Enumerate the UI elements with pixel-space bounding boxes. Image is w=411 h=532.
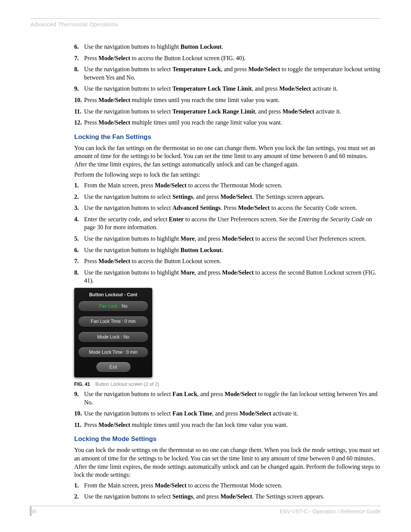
header-rule — [30, 18, 381, 19]
step-text: Use the navigation buttons to highlight … — [84, 43, 381, 51]
list-item: 2.Use the navigation buttons to select S… — [74, 492, 381, 501]
list-item: 10.Use the navigation buttons to select … — [74, 409, 381, 418]
step-number: 10. — [74, 409, 84, 418]
step-text: Use the navigation buttons to select Set… — [84, 492, 381, 501]
list-item: 5.Use the navigation buttons to highligh… — [74, 235, 381, 243]
list-item: 12.Press Mode/Select multiple times unti… — [74, 118, 381, 127]
step-text: Use the navigation buttons to highlight … — [84, 268, 381, 285]
thermostat-row: Fan Lock : No — [78, 301, 148, 312]
list-item: 3.Use the navigation buttons to select A… — [74, 204, 381, 212]
exit-button: Exit — [96, 362, 131, 372]
thermostat-screen: Button Lockout - Cont Fan Lock : NoFan L… — [74, 288, 152, 377]
list-item: 8.Use the navigation buttons to highligh… — [74, 268, 381, 285]
step-text: Use the navigation buttons to select Tem… — [84, 85, 381, 93]
step-text: Press Mode/Select multiple times until y… — [84, 96, 381, 104]
step-text: Use the navigation buttons to select Set… — [84, 193, 381, 201]
list-item: 8.Use the navigation buttons to select T… — [74, 65, 381, 81]
step-number: 6. — [74, 43, 84, 51]
step-number: 12. — [74, 118, 84, 127]
step-text: Use the navigation buttons to select Tem… — [84, 107, 381, 116]
list-item: 7.Press Mode/Select to access the Button… — [74, 54, 381, 62]
figure-label: FIG. 41 — [74, 382, 90, 387]
step-number: 10. — [74, 96, 84, 104]
document-page: Advanced Thermostat Operations 6.Use the… — [0, 0, 411, 532]
list-item: 1.From the Main screen, press Mode/Selec… — [74, 181, 381, 190]
steps-mode: 1.From the Main screen, press Mode/Selec… — [74, 481, 381, 501]
footer-accent — [30, 506, 32, 516]
list-item: 9.Use the navigation buttons to select T… — [74, 85, 381, 93]
step-number: 9. — [74, 85, 84, 93]
step-number: 2. — [74, 492, 84, 501]
step-number: 11. — [74, 421, 84, 429]
step-text: Use the navigation buttons to select Fan… — [84, 390, 381, 406]
step-number: 4. — [74, 215, 84, 232]
figure-caption: FIG. 41 Button Lockout screen (2 of 2) — [74, 381, 381, 388]
step-number: 1. — [74, 481, 84, 490]
step-number: 11. — [74, 107, 84, 116]
paragraph: You can lock the mode settings on the th… — [74, 446, 381, 479]
thermostat-row: Mode Lock : No — [78, 332, 148, 342]
list-item: 11.Press Mode/Select multiple times unti… — [74, 421, 381, 429]
step-text: Use the navigation buttons to select Tem… — [84, 65, 381, 81]
figure-caption-text: Button Lockout screen (2 of 2) — [96, 382, 159, 387]
list-item: 4.Enter the security code, and select En… — [74, 215, 381, 232]
heading-mode: Locking the Mode Settings — [74, 435, 381, 444]
list-item: 9.Use the navigation buttons to select F… — [74, 390, 381, 406]
step-text: Use the navigation buttons to select Fan… — [84, 409, 381, 418]
list-item: 1.From the Main screen, press Mode/Selec… — [74, 481, 381, 490]
thermostat-row: Fan Lock Time : 0 min — [78, 316, 148, 327]
heading-fan: Locking the Fan Settings — [74, 133, 381, 142]
footer-doc-title: ENV-VST-C - Operation / Reference Guide — [280, 508, 381, 514]
steps-fan: 1.From the Main screen, press Mode/Selec… — [74, 181, 381, 285]
step-text: Press Mode/Select multiple times until y… — [84, 421, 381, 429]
page-footer: 38 ENV-VST-C - Operation / Reference Gui… — [30, 506, 381, 514]
list-item: 7.Press Mode/Select to access the Button… — [74, 257, 381, 265]
step-number: 8. — [74, 65, 84, 81]
paragraph: Perform the following steps to lock the … — [74, 171, 381, 179]
steps-fan-after: 9.Use the navigation buttons to select F… — [74, 390, 381, 429]
step-text: Use the navigation buttons to highlight … — [84, 235, 381, 243]
step-number: 8. — [74, 268, 84, 285]
thermostat-title: Button Lockout - Cont — [78, 292, 148, 298]
step-number: 6. — [74, 246, 84, 254]
list-item: 11.Use the navigation buttons to select … — [74, 107, 381, 116]
paragraph: You can lock the fan settings on the the… — [74, 144, 381, 169]
figure-41: Button Lockout - Cont Fan Lock : NoFan L… — [74, 288, 381, 388]
step-text: Enter the security code, and select Ente… — [84, 215, 381, 232]
step-number: 1. — [74, 181, 84, 190]
body-content: 6.Use the navigation buttons to highligh… — [74, 43, 381, 501]
list-item: 2.Use the navigation buttons to select S… — [74, 193, 381, 201]
list-item: 6.Use the navigation buttons to highligh… — [74, 43, 381, 51]
step-number: 7. — [74, 54, 84, 62]
step-text: Press Mode/Select to access the Button L… — [84, 54, 381, 62]
step-number: 3. — [74, 204, 84, 212]
step-number: 9. — [74, 390, 84, 406]
step-number: 2. — [74, 193, 84, 201]
step-text: Use the navigation buttons to select Adv… — [84, 204, 381, 212]
step-text: From the Main screen, press Mode/Select … — [84, 181, 381, 190]
footer-rule — [30, 506, 381, 506]
step-text: Press Mode/Select multiple times until y… — [84, 118, 381, 127]
step-text: Press Mode/Select to access the Button L… — [84, 257, 381, 265]
list-item: 6.Use the navigation buttons to highligh… — [74, 246, 381, 254]
step-number: 5. — [74, 235, 84, 243]
page-header: Advanced Thermostat Operations — [30, 21, 381, 27]
step-text: Use the navigation buttons to highlight … — [84, 246, 381, 254]
step-text: From the Main screen, press Mode/Select … — [84, 481, 381, 490]
thermostat-row: Mode Lock Time : 0 min — [78, 347, 148, 358]
step-number: 7. — [74, 257, 84, 265]
steps-continued: 6.Use the navigation buttons to highligh… — [74, 43, 381, 127]
list-item: 10.Press Mode/Select multiple times unti… — [74, 96, 381, 104]
